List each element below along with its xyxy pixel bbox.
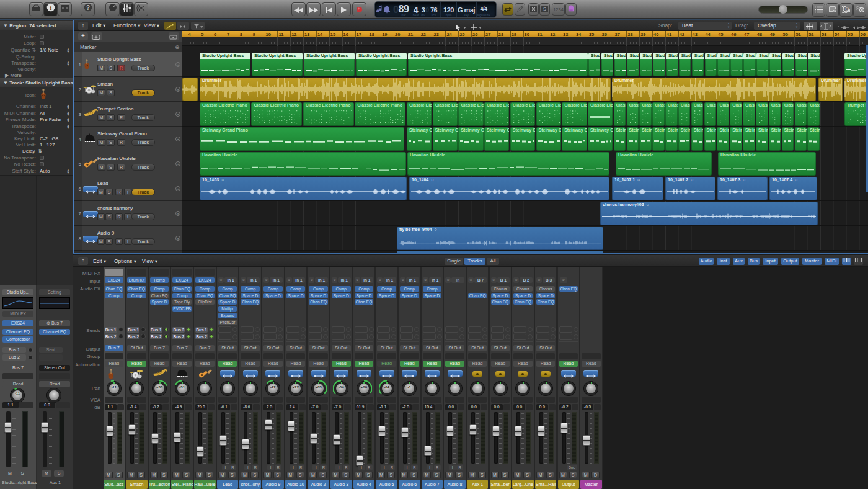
svg-text:Ω: Ω bbox=[845, 7, 849, 12]
svg-text:?: ? bbox=[86, 4, 89, 11]
svg-text:S: S bbox=[543, 6, 546, 12]
